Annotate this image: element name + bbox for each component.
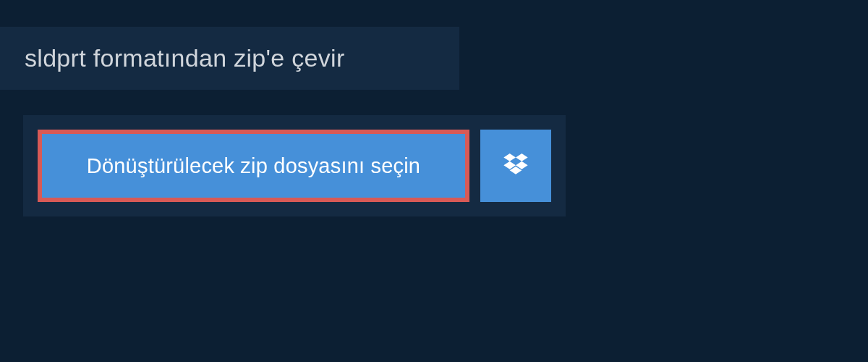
- select-file-button[interactable]: Dönüştürülecek zip dosyasını seçin: [38, 130, 469, 202]
- select-file-label: Dönüştürülecek zip dosyasını seçin: [87, 154, 420, 178]
- dropbox-icon: [503, 153, 528, 178]
- page-header: sldprt formatından zip'e çevir: [0, 27, 459, 90]
- upload-panel: Dönüştürülecek zip dosyasını seçin: [23, 115, 566, 216]
- dropbox-button[interactable]: [480, 130, 551, 202]
- page-title: sldprt formatından zip'e çevir: [25, 44, 435, 72]
